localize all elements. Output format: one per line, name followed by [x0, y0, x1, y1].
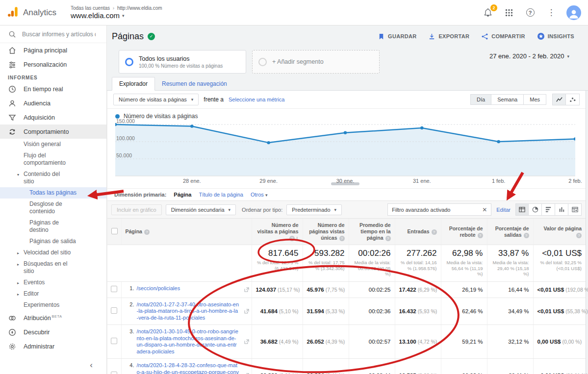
sidebar-item-site-search[interactable]: ▸Búsquedas en el sitio — [0, 258, 106, 277]
granularity-month-button[interactable]: Mes — [524, 94, 546, 105]
sidebar-item-attribution[interactable]: AtribuciónBETA — [0, 311, 106, 325]
col-header-page[interactable]: Página? — [121, 219, 252, 245]
table-row[interactable]: 4./nota/2020-1-28-4-28-32-confeso-que-ma… — [107, 359, 586, 374]
help-icon[interactable]: ? — [144, 229, 150, 235]
table-toolbar-right: Filtro avanzado activado ✕ Editar — [387, 203, 582, 216]
segment-all-users[interactable]: Todos los usuarios 100,00 % Número de vi… — [119, 50, 246, 74]
page-link[interactable]: /seccion/policiales — [137, 285, 239, 292]
sidebar-item-experiments[interactable]: Experimentos — [0, 299, 106, 311]
col-header-pageviews[interactable]: Número de visitas a páginas?↓ — [252, 219, 303, 245]
sidebar-collapse-icon[interactable]: ‹ — [90, 360, 93, 370]
pivot-view-button[interactable] — [568, 203, 582, 216]
sidebar-item-publisher[interactable]: ▸Editor — [0, 288, 106, 299]
help-icon[interactable]: ? — [339, 236, 345, 241]
sidebar-item-content-drilldown[interactable]: Desglose de contenido — [0, 199, 106, 217]
sidebar-item-site-content[interactable]: ▾Contenido del sitio — [0, 169, 106, 187]
sidebar-item-site-speed[interactable]: ▸Velocidad del sitio — [0, 247, 106, 258]
external-link-icon[interactable] — [244, 285, 249, 294]
share-button[interactable]: COMPARTIR — [481, 33, 525, 40]
property-selector[interactable]: www.eldia.com ▾ — [71, 11, 162, 20]
row-checkbox[interactable] — [111, 338, 117, 344]
sidebar-item-customization[interactable]: Personalización — [0, 57, 106, 72]
plot-rows-button[interactable]: Incluir en gráfico — [111, 204, 162, 215]
help-icon[interactable]: ? — [524, 7, 536, 19]
row-check-cell — [107, 325, 121, 359]
metric-selector-dropdown[interactable]: Número de visitas a páginas ▾ — [113, 94, 199, 105]
advanced-filter-chip[interactable]: Filtro avanzado activado ✕ — [387, 203, 491, 216]
external-link-icon[interactable] — [244, 371, 249, 374]
dimension-page[interactable]: Página — [174, 192, 191, 198]
col-header-page-value[interactable]: Valor de página? — [533, 219, 586, 245]
more-vertical-icon[interactable]: ⋮ — [545, 7, 557, 19]
col-header-exit-rate[interactable]: Porcentaje de salidas? — [487, 219, 533, 245]
row-checkbox[interactable] — [111, 372, 117, 374]
help-icon[interactable]: ? — [289, 236, 295, 241]
select-metric-link[interactable]: Seleccione una métrica — [229, 97, 284, 102]
table-row[interactable]: 3./nota/2020-1-30-10-45-0-otro-robo-sang… — [107, 325, 586, 359]
help-icon[interactable]: ? — [385, 236, 391, 241]
edit-filter-link[interactable]: Editar — [496, 207, 511, 213]
sidebar-item-behavior-overview[interactable]: Visión general — [0, 139, 106, 150]
row-checkbox[interactable] — [111, 286, 117, 292]
notifications-bell-icon[interactable]: 2 — [482, 7, 494, 19]
col-header-avg-time[interactable]: Promedio de tiempo en la página? — [349, 219, 395, 245]
col-header-unique-pageviews[interactable]: Número de páginas vistas únicas? — [303, 219, 349, 245]
table-row[interactable]: 2./nota/2020-1-27-2-37-40-otro-asesinato… — [107, 298, 586, 325]
sidebar-item-exit-pages[interactable]: Páginas de salida — [0, 236, 106, 247]
account-picker[interactable]: Todas las cuentas › http://www.eldia.com… — [71, 5, 162, 20]
help-icon[interactable]: ? — [432, 229, 437, 235]
add-segment-button[interactable]: + Añadir segmento — [252, 50, 380, 74]
sidebar-item-audience[interactable]: Audiencia — [0, 96, 106, 110]
help-icon[interactable]: ? — [524, 233, 529, 238]
dimension-other[interactable]: Otros ▾ — [251, 192, 268, 198]
tab-explorer[interactable]: Explorador — [112, 77, 155, 91]
sidebar-item-home[interactable]: Página principal — [0, 43, 106, 57]
apps-grid-icon[interactable] — [503, 7, 515, 19]
user-avatar[interactable] — [566, 5, 581, 20]
page-link[interactable]: /nota/2020-1-28-4-28-32-confeso-que-mato… — [137, 362, 239, 374]
help-icon[interactable]: ? — [478, 233, 483, 238]
dimension-page-title[interactable]: Título de la página — [199, 192, 243, 198]
sidebar-item-admin[interactable]: Administrar — [0, 339, 106, 353]
breadcrumb-property[interactable]: http://www.eldia.com — [117, 5, 162, 11]
sidebar-item-behavior-flow[interactable]: Flujo del comportamiento — [0, 150, 106, 169]
external-link-icon[interactable] — [244, 337, 249, 346]
sidebar-item-behavior[interactable]: Comportamiento — [0, 125, 106, 139]
col-header-bounce-rate[interactable]: Porcentaje de rebote? — [441, 219, 487, 245]
granularity-day-button[interactable]: Día — [470, 94, 491, 105]
clear-filter-icon[interactable]: ✕ — [482, 206, 487, 213]
date-range-picker[interactable]: 27 ene. 2020 - 2 feb. 2020 ▾ — [489, 52, 569, 60]
secondary-dimension-dropdown[interactable]: Dimensión secundaria ▾ — [166, 204, 236, 215]
sidebar-item-landing-pages[interactable]: Páginas de destino — [0, 217, 106, 236]
motion-chart-button[interactable] — [566, 94, 580, 105]
line-chart-button[interactable] — [552, 94, 566, 105]
comparison-view-button[interactable] — [555, 203, 568, 216]
external-link-icon[interactable] — [244, 307, 249, 316]
sort-type-dropdown[interactable]: Predeterminado ▾ — [286, 204, 342, 215]
insights-button[interactable]: INSIGHTS — [537, 32, 574, 40]
data-view-button[interactable] — [515, 203, 529, 216]
table-row[interactable]: 1./seccion/policiales 124.037(15,17 %) 4… — [107, 281, 586, 298]
chart-area[interactable]: 150.000100.00050.00028 ene.29 ene.30 ene… — [115, 123, 578, 187]
sidebar-item-acquisition[interactable]: Adquisición — [0, 110, 106, 125]
sidebar-search[interactable] — [0, 25, 106, 43]
percent-view-button[interactable] — [529, 203, 542, 216]
export-button[interactable]: EXPORTAR — [428, 33, 469, 40]
breadcrumb-accounts[interactable]: Todas las cuentas — [71, 5, 110, 11]
page-link[interactable]: /nota/2020-1-30-10-45-0-otro-robo-sangri… — [137, 328, 239, 355]
row-checkbox[interactable] — [111, 307, 117, 314]
tab-navigation-summary[interactable]: Resumen de navegación — [155, 77, 234, 90]
save-button[interactable]: GUARDAR — [378, 33, 416, 40]
sidebar-item-realtime[interactable]: En tiempo real — [0, 82, 106, 96]
sidebar-item-all-pages[interactable]: Todas las páginas — [0, 187, 106, 199]
granularity-week-button[interactable]: Semana — [491, 94, 524, 105]
gear-icon — [8, 342, 17, 351]
help-icon[interactable]: ? — [576, 233, 582, 238]
search-input[interactable] — [22, 31, 96, 38]
select-all-checkbox[interactable] — [111, 228, 118, 234]
sidebar-item-events[interactable]: ▸Eventos — [0, 277, 106, 288]
performance-view-button[interactable] — [542, 203, 555, 216]
sidebar-item-discover[interactable]: Descubrir — [0, 325, 106, 339]
page-link[interactable]: /nota/2020-1-27-2-37-40-otro-asesinato-e… — [137, 301, 239, 322]
col-header-entrances[interactable]: Entradas? — [395, 219, 441, 245]
